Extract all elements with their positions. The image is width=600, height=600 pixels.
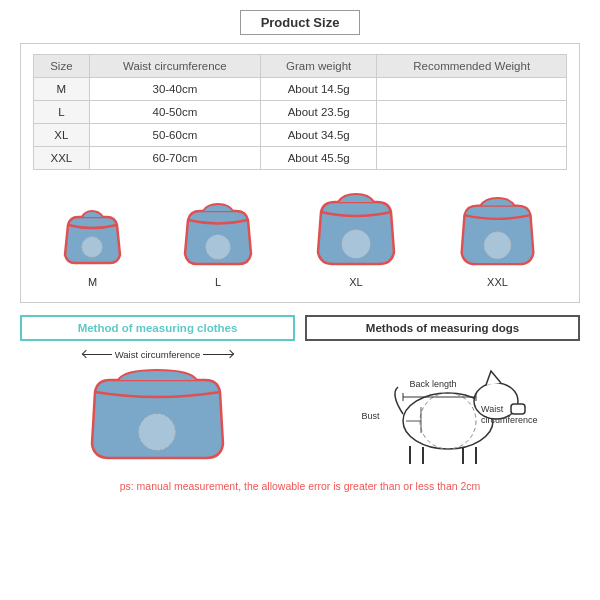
clothes-measure-box: Method of measuring clothes Waist circum…: [20, 315, 295, 472]
svg-point-2: [342, 230, 370, 258]
sizes-row: M L XL: [33, 182, 567, 292]
clothes-svg: [80, 362, 235, 472]
back-length-text: Back length: [410, 379, 457, 389]
product-size-card: SizeWaist circumferenceGram weightRecomm…: [20, 43, 580, 303]
dogs-measure-box: Methods of measuring dogs: [305, 315, 580, 472]
waist-circ-label: Waist circumference: [115, 349, 201, 360]
dog-diagram: Back length Bust Waist circumference: [348, 349, 538, 464]
svg-point-3: [484, 232, 510, 258]
svg-point-4: [139, 414, 175, 450]
bust-text: Bust: [362, 411, 380, 421]
size-m: M: [60, 207, 125, 288]
table-row: M30-40cmAbout 14.5g: [34, 78, 567, 101]
size-xl-label: XL: [349, 276, 362, 288]
clothes-diagram: Waist circumference: [20, 349, 295, 472]
page: Product Size SizeWaist circumferenceGram…: [0, 0, 600, 600]
size-l-label: L: [215, 276, 221, 288]
size-m-label: M: [88, 276, 97, 288]
table-row: XXL60-70cmAbout 45.5g: [34, 147, 567, 170]
clothes-label: Method of measuring clothes: [20, 315, 295, 341]
size-xxl: XXL: [455, 194, 540, 288]
svg-point-1: [206, 235, 230, 259]
size-table: SizeWaist circumferenceGram weightRecomm…: [33, 54, 567, 170]
size-xl: XL: [311, 190, 401, 288]
table-row: L40-50cmAbout 23.5g: [34, 101, 567, 124]
table-row: XL50-60cmAbout 34.5g: [34, 124, 567, 147]
dogs-label: Methods of measuring dogs: [305, 315, 580, 341]
note-text: ps: manual measurement, the allowable er…: [20, 480, 580, 492]
svg-point-0: [82, 237, 102, 257]
waist-circ-dog-text: Waist circumference: [481, 404, 538, 426]
page-title: Product Size: [240, 10, 361, 35]
size-l: L: [179, 200, 257, 288]
measure-row: Method of measuring clothes Waist circum…: [20, 315, 580, 472]
size-xxl-label: XXL: [487, 276, 508, 288]
